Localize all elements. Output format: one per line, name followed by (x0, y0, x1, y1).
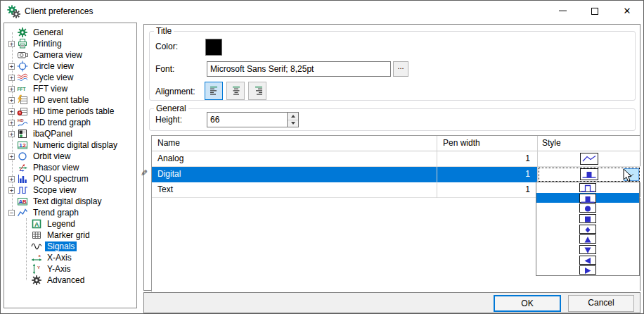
step-outline-style-icon (579, 183, 596, 192)
expand-icon[interactable]: + (8, 120, 15, 126)
trend-graph-icon (17, 207, 28, 218)
tree-item-ibaqpanel[interactable]: +ibaQPanel (8, 128, 136, 139)
triangle-right-style-icon (579, 265, 596, 275)
tree-item-printing[interactable]: +Printing (8, 38, 136, 49)
style-option-diamond[interactable] (536, 224, 639, 234)
x-axis-icon: x (31, 252, 42, 263)
font-label: Font: (155, 64, 174, 74)
expand-icon[interactable]: + (8, 63, 15, 70)
cell-name[interactable]: Analog (152, 151, 437, 167)
pencil-icon: ✎ (141, 168, 148, 178)
tree-item-label: Numeric digital display (31, 140, 120, 150)
table-row-analog[interactable]: Analog1 (152, 151, 640, 167)
titlebar[interactable]: Client preferences ✕ (1, 1, 643, 22)
tree-item-label: Signals (45, 241, 77, 251)
height-input[interactable] (207, 112, 287, 127)
cycle-waves-icon (17, 72, 28, 83)
style-option-step-filled[interactable] (536, 193, 639, 203)
ok-button[interactable]: OK (494, 295, 561, 312)
tree-item-trend-graph[interactable]: −Trend graph (8, 207, 136, 218)
cell-style[interactable] (538, 151, 640, 167)
tree-item-cycle-view[interactable]: +Cycle view (8, 72, 136, 83)
tree-item-phasor-view[interactable]: Phasor view (8, 162, 136, 173)
close-button[interactable]: ✕ (611, 1, 643, 21)
expand-icon[interactable]: + (8, 153, 15, 160)
tree-item-text-digital-display[interactable]: ABText digital display (8, 196, 136, 207)
expand-icon[interactable]: + (8, 176, 15, 182)
tree-item-y-axis[interactable]: YY-Axis (22, 263, 136, 275)
style-option-circle[interactable] (536, 203, 639, 213)
style-option-triangle-right[interactable] (536, 265, 639, 275)
align-center-button[interactable] (226, 82, 245, 100)
align-right-button[interactable] (248, 82, 266, 100)
color-swatch-button[interactable] (205, 39, 222, 56)
font-browse-button[interactable]: ... (393, 61, 408, 77)
tree-item-fft-view[interactable]: +FFTFFT view (8, 83, 136, 94)
tree-item-general[interactable]: General (8, 27, 136, 38)
style-option-triangle-down[interactable] (536, 244, 639, 255)
cell-pen-width[interactable]: 1 (437, 167, 538, 182)
expand-icon[interactable]: + (8, 108, 15, 115)
font-input[interactable] (207, 61, 391, 77)
cancel-button[interactable]: Cancel (568, 295, 634, 312)
style-option-step-outline[interactable] (536, 182, 639, 193)
minimize-button[interactable] (546, 1, 579, 21)
svg-text:2: 2 (22, 142, 26, 149)
tree-item-advanced[interactable]: Advanced (22, 275, 136, 286)
height-label: Height: (155, 115, 182, 125)
up-arrow-icon (291, 115, 295, 118)
column-header-style[interactable]: Style (538, 136, 640, 151)
tree-item-scope-view[interactable]: +Scope view (8, 184, 136, 196)
svg-text:B: B (22, 199, 27, 205)
tree-item-label: Y-Axis (45, 264, 73, 274)
svg-text:FFT: FFT (18, 87, 26, 92)
style-option-triangle-left[interactable] (536, 255, 639, 265)
close-icon: ✕ (624, 6, 631, 15)
cell-pen-width[interactable]: 1 (437, 151, 538, 167)
tree-item-x-axis[interactable]: xX-Axis (22, 252, 136, 263)
tree-item-marker-grid[interactable]: Marker grid (22, 230, 136, 241)
cell-name[interactable]: Text (152, 182, 437, 198)
height-spinner (287, 112, 299, 127)
maximize-button[interactable] (579, 1, 611, 21)
expand-icon[interactable]: + (8, 97, 15, 103)
square-style-icon (579, 214, 596, 223)
marker-grid-icon (31, 230, 42, 241)
tree-item-orbit-view[interactable]: +Orbit view (8, 151, 136, 162)
table-row-digital[interactable]: Digital1 (152, 167, 640, 182)
tree-item-label: Legend (45, 219, 77, 229)
tree-item-circle-view[interactable]: +Circle view (8, 61, 136, 72)
spin-down-button[interactable] (288, 120, 298, 127)
column-header-name[interactable]: Name (152, 136, 437, 151)
triangle-down-style-icon (579, 245, 596, 254)
style-option-triangle-up[interactable] (536, 234, 639, 244)
tree-item-hd-event-table[interactable]: +HD event table (8, 94, 136, 106)
tree-item-pqu-spectrum[interactable]: +PQU spectrum (8, 173, 136, 184)
footer-bar: OK Cancel (143, 292, 640, 313)
expand-icon[interactable]: + (8, 187, 15, 194)
cell-pen-width[interactable]: 1 (437, 182, 538, 198)
tree-item-label: Printing (31, 39, 64, 49)
expand-icon[interactable]: + (8, 75, 15, 81)
expand-icon[interactable]: + (8, 41, 15, 47)
expand-icon[interactable]: + (8, 86, 15, 92)
numeric-display-icon: 12 (17, 139, 28, 151)
triangle-up-style-icon (579, 234, 596, 244)
tree-item-hd-time-periods-table[interactable]: +HD time periods table (8, 106, 136, 117)
column-header-pen-width[interactable]: Pen width (437, 136, 538, 151)
tree-item-legend[interactable]: ALegend (22, 218, 136, 230)
tree-item-camera-view[interactable]: Camera view (8, 49, 136, 61)
tree-item-signals[interactable]: Signals (22, 241, 136, 252)
circle-crosshair-icon (17, 61, 28, 72)
tree-item-label: PQU spectrum (31, 174, 91, 184)
align-left-button[interactable] (205, 82, 223, 100)
tree-item-numeric-digital-display[interactable]: 12Numeric digital display (8, 139, 136, 151)
expand-icon[interactable]: + (8, 131, 15, 137)
style-option-square[interactable] (536, 213, 639, 224)
cell-name[interactable]: Digital (152, 167, 437, 182)
maximize-icon (591, 8, 598, 15)
spin-up-button[interactable] (288, 113, 298, 120)
collapse-icon[interactable]: − (8, 210, 15, 216)
tree-item-hd-trend-graph[interactable]: +HDHD trend graph (8, 117, 136, 128)
window-title: Client preferences (25, 6, 93, 16)
